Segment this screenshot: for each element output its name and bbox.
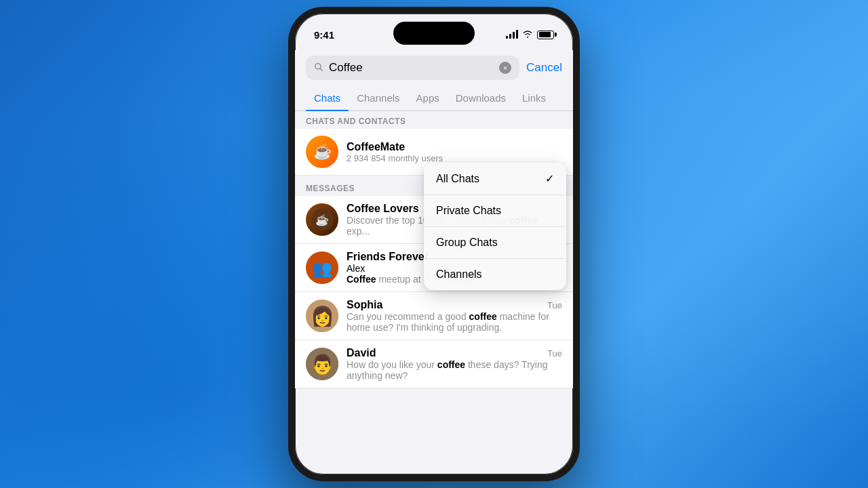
svg-text:👨: 👨 [311, 353, 334, 375]
chat-info: Sophia Tue Can you recommend a good coff… [347, 299, 562, 333]
signal-bar-1 [506, 36, 508, 39]
avatar: ☕ [306, 203, 338, 236]
signal-bars-icon [506, 30, 518, 39]
highlight-word: coffee [437, 359, 465, 370]
chat-meta: 2 934 854 monthly users [347, 153, 562, 163]
battery-icon [537, 30, 554, 39]
tab-chats[interactable]: Chats [306, 85, 349, 110]
chat-time: Tue [547, 348, 562, 359]
chat-name: David [347, 347, 376, 359]
signal-bar-2 [509, 34, 511, 39]
chat-name: CoffeeMate [347, 141, 562, 153]
cancel-button[interactable]: Cancel [526, 61, 562, 75]
search-query: Coffee [329, 61, 494, 75]
dropdown-label-group-chats: Group Chats [436, 237, 498, 249]
chat-info: CoffeeMate 2 934 854 monthly users [347, 141, 562, 163]
dropdown-item-group-chats[interactable]: Group Chats [424, 227, 566, 259]
avatar: 👩 [306, 300, 338, 332]
battery-fill [539, 32, 551, 37]
chat-info: David Tue How do you like your coffee th… [347, 347, 562, 381]
clear-search-button[interactable]: × [499, 62, 511, 74]
highlight-word: coffee [469, 311, 497, 322]
dropdown-item-private-chats[interactable]: Private Chats [424, 195, 566, 227]
svg-text:👥: 👥 [312, 258, 332, 278]
search-bar: Coffee × Cancel [295, 50, 573, 85]
tab-downloads[interactable]: Downloads [448, 85, 514, 110]
chat-time: Tue [547, 300, 562, 310]
avatar: 👥 [306, 251, 338, 284]
wifi-icon [522, 30, 533, 40]
chat-name: Friends Forever [347, 251, 429, 263]
svg-text:👩: 👩 [311, 305, 334, 327]
chats-contacts-header: CHATS AND CONTACTS [295, 111, 573, 129]
dropdown-item-all-chats[interactable]: All Chats ✓ [424, 163, 566, 195]
list-item[interactable]: 👨 David Tue How do you like your coffee … [295, 340, 573, 388]
tab-channels[interactable]: Channels [349, 85, 408, 110]
dynamic-island [393, 22, 475, 45]
search-input-wrapper[interactable]: Coffee × [306, 56, 519, 80]
list-item[interactable]: 👩 Sophia Tue Can you recommend a good co… [295, 292, 573, 340]
tabs-bar: Chats Channels Apps Downloads Links [295, 85, 573, 111]
chat-preview: Can you recommend a good coffee machine … [347, 311, 562, 333]
dropdown-item-channels[interactable]: Channels [424, 259, 566, 290]
chat-name: Sophia [347, 299, 382, 311]
chat-name: Coffee Lovers [347, 203, 419, 215]
search-icon [314, 62, 323, 74]
dropdown-label-channels: Channels [436, 268, 482, 281]
status-time: 9:41 [314, 29, 334, 41]
dropdown-menu: All Chats ✓ Private Chats Group Chats Ch… [424, 163, 566, 290]
avatar: ☕ [306, 136, 338, 168]
svg-text:☕: ☕ [315, 214, 329, 226]
signal-bar-3 [513, 32, 515, 39]
tab-links[interactable]: Links [514, 85, 554, 110]
status-icons [506, 30, 554, 40]
signal-bar-4 [516, 30, 518, 39]
phone-wrapper: 9:41 [288, 7, 580, 481]
dropdown-label-all-chats: All Chats [436, 173, 479, 185]
checkmark-icon: ✓ [545, 172, 554, 185]
chat-preview: How do you like your coffee these days? … [347, 359, 562, 381]
tab-apps[interactable]: Apps [408, 85, 448, 110]
dropdown-label-private-chats: Private Chats [436, 205, 501, 217]
avatar: 👨 [306, 348, 338, 380]
highlight-word: Coffee [347, 274, 376, 285]
phone-device: 9:41 [288, 7, 580, 481]
